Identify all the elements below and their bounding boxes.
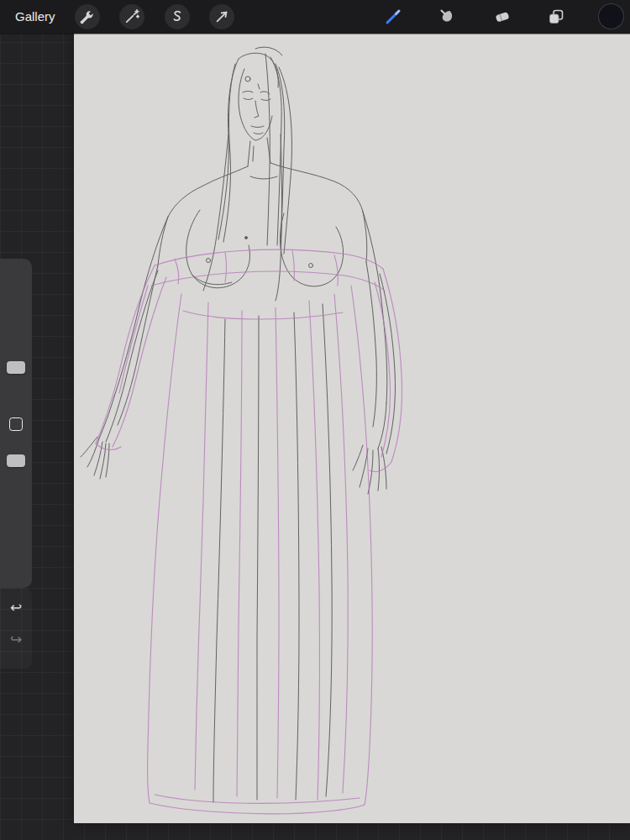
brush-sidebar	[0, 259, 32, 588]
brush-size-handle[interactable]	[7, 361, 25, 374]
redo-button[interactable]: ↪	[0, 627, 32, 652]
wrench-icon	[79, 8, 96, 25]
undo-button[interactable]: ↩	[0, 595, 32, 620]
smudge-icon	[438, 8, 456, 26]
brush-icon	[384, 8, 402, 26]
figure-sketch	[74, 34, 630, 823]
brush-size-slider[interactable]	[0, 259, 32, 412]
smudge-button[interactable]	[434, 4, 459, 29]
selection-icon	[169, 8, 186, 25]
undo-redo-group: ↩ ↪	[0, 588, 32, 669]
modify-square-icon	[9, 417, 23, 431]
eraser-icon	[493, 8, 512, 26]
gallery-button[interactable]: Gallery	[15, 0, 55, 34]
transform-button[interactable]	[209, 4, 234, 29]
actions-button[interactable]	[75, 4, 100, 29]
layers-button[interactable]	[543, 4, 569, 29]
layers-icon	[547, 8, 565, 26]
color-swatch[interactable]	[598, 3, 624, 29]
adjustments-button[interactable]	[119, 4, 144, 29]
brush-opacity-slider[interactable]	[0, 439, 32, 588]
modify-button[interactable]	[0, 414, 32, 434]
selection-button[interactable]	[165, 4, 190, 29]
transform-arrow-icon	[213, 8, 230, 25]
top-toolbar: Gallery	[0, 0, 630, 34]
magic-wand-icon	[123, 8, 140, 25]
workspace: ↩ ↪	[0, 34, 630, 840]
procreate-screen: Gallery	[0, 0, 630, 840]
drawing-canvas[interactable]	[74, 34, 630, 823]
brush-opacity-handle[interactable]	[7, 454, 25, 467]
paint-brush-button[interactable]	[381, 4, 406, 29]
eraser-button[interactable]	[490, 4, 515, 29]
